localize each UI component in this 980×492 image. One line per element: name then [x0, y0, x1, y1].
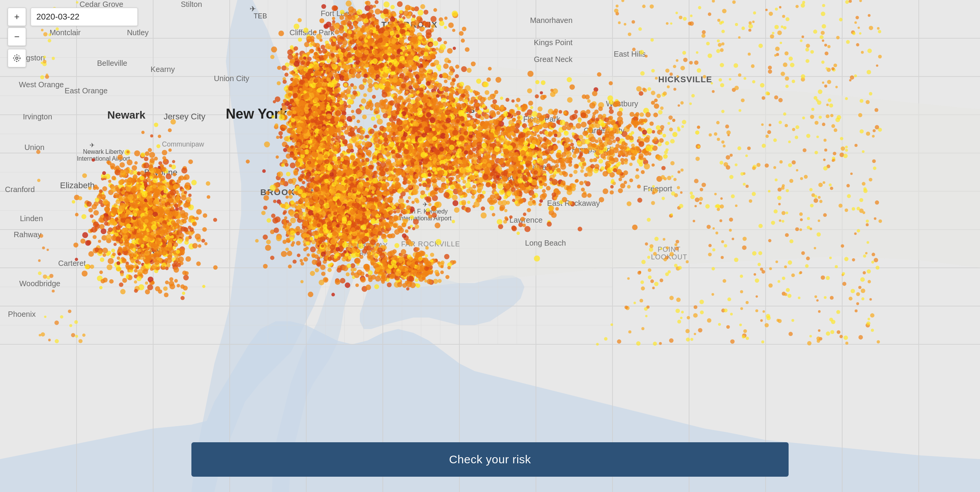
- point-lookout-label2: LOOKOUT: [651, 253, 687, 261]
- elizabeth-label: Elizabeth: [60, 181, 95, 190]
- nutley-label: Nutley: [127, 28, 149, 37]
- union-city-label: Union City: [214, 74, 249, 83]
- far-rockaway-label: FAR ROCKVILLE: [401, 240, 460, 248]
- rockaway-bar-label: ROCKAWAY: [346, 242, 388, 249]
- lga-label: LGA: [405, 86, 418, 94]
- cranford-label: Cranford: [5, 185, 35, 194]
- brooklyn-label: BROOKLYN: [260, 187, 314, 197]
- point-lookout-label: POINT: [658, 246, 681, 253]
- freeport-label: Freeport: [643, 184, 672, 193]
- staten-island-label: STATEN: [134, 237, 168, 246]
- irvington-label: Irvington: [23, 112, 52, 121]
- bronx-label: THE BRONX: [381, 20, 438, 29]
- valley-stream-label: Valley Stream: [495, 174, 542, 182]
- teb-name-label: TEB: [253, 12, 267, 20]
- newark-airport-icon: ✈: [90, 142, 95, 148]
- staten-island-label2: ISLAND: [135, 246, 168, 255]
- woodbridge-label: Woodbridge: [19, 279, 60, 288]
- queens-label: QUEENS: [436, 105, 476, 115]
- check-risk-bar: Check your risk: [191, 442, 789, 477]
- rahway-label: Rahway: [14, 230, 41, 239]
- hempstead-label: Hempstead: [572, 145, 611, 154]
- rockaway-bar-label2: BAR: [359, 249, 374, 257]
- manhattan-label: MANHATT...: [298, 66, 345, 74]
- map-container: New York Newark THE BRONX QUEENS BROOKLY…: [0, 0, 980, 492]
- newark-label: Newark: [107, 109, 145, 121]
- west-orange-label: West Orange: [19, 80, 64, 89]
- lawrence-label: Lawrence: [510, 216, 543, 224]
- east-orange-label: East Orange: [65, 86, 108, 95]
- fort-lee-label: Fort Lee: [321, 9, 349, 18]
- long-beach-label: Long Beach: [525, 239, 566, 247]
- floral-park-label: Floral Park: [523, 115, 561, 123]
- east-hills-label: East Hills: [614, 50, 645, 58]
- jfk-icon: ✈: [423, 201, 428, 208]
- linden-label: Linden: [20, 214, 43, 223]
- belleville-label: Belleville: [97, 59, 127, 67]
- stilton-label: Stilton: [181, 0, 202, 8]
- teb-label: ✈: [250, 5, 256, 13]
- communipaw-label: Communipaw: [162, 140, 204, 148]
- hicksville-label: HICKSVILLE: [658, 75, 712, 84]
- carteret-label: Carteret: [58, 259, 86, 267]
- montclair-label: Montclair: [49, 28, 80, 37]
- manorhaven-label: Manorhaven: [530, 16, 572, 24]
- new-york-label: New York: [226, 106, 288, 122]
- kearny-label: Kearny: [150, 65, 175, 73]
- zoom-in-button[interactable]: +: [8, 8, 26, 26]
- kings-point-label: Kings Point: [534, 38, 573, 47]
- malverne-label: Malverne: [526, 163, 557, 171]
- east-rockaway-label: East Rockaway: [547, 199, 600, 207]
- great-neck-label: Great Neck: [534, 55, 573, 64]
- jfk-label2: International Airport: [399, 215, 452, 222]
- date-input[interactable]: [31, 8, 138, 26]
- union-label: Union: [24, 143, 44, 152]
- zoom-out-button[interactable]: −: [8, 28, 26, 46]
- locate-button[interactable]: [8, 49, 26, 67]
- westbury-label: Westbury: [606, 99, 638, 108]
- cedar-grove-label: Cedar Grove: [80, 0, 124, 8]
- date-input-wrapper: [31, 8, 138, 26]
- jersey-city-label: Jersey City: [164, 112, 206, 121]
- svg-point-42: [14, 55, 20, 61]
- map-controls: + −: [8, 8, 26, 67]
- bayonne-label: Bayonne: [144, 168, 178, 177]
- newark-airport-label: Newark Liberty: [83, 148, 124, 155]
- jfk-label: John F. Kennedy: [402, 208, 448, 215]
- garden-city-label: Garden City: [584, 126, 625, 135]
- newark-airport-label2: International Airport: [77, 155, 130, 162]
- svg-point-41: [16, 57, 18, 59]
- map-background: New York Newark THE BRONX QUEENS BROOKLY…: [0, 0, 980, 492]
- phoenix-label: Phoenix: [8, 310, 36, 318]
- check-risk-button[interactable]: Check your risk: [191, 442, 789, 477]
- lga-icon: ✈: [409, 78, 415, 86]
- cliffside-park-label: Cliffside Park: [289, 28, 335, 37]
